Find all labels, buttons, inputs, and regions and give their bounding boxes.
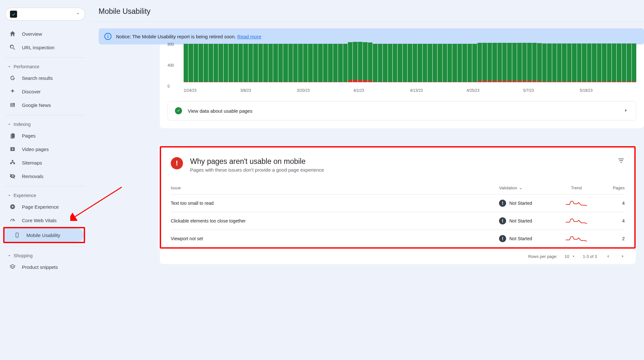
pager-next[interactable] bbox=[619, 252, 627, 260]
bar-column bbox=[562, 43, 566, 82]
issues-header: ! Why pages aren't usable on mobile Page… bbox=[171, 157, 625, 173]
bar-column bbox=[293, 44, 298, 82]
nav-video-pages[interactable]: Video pages bbox=[0, 142, 90, 156]
status-dot-icon: ! bbox=[499, 217, 506, 224]
issues-card: ! Why pages aren't usable on mobile Page… bbox=[160, 146, 636, 249]
nav-removals[interactable]: Removals bbox=[0, 169, 90, 183]
notice-link[interactable]: Read more bbox=[237, 34, 261, 39]
nav-label: Removals bbox=[22, 174, 43, 179]
bar-column bbox=[472, 44, 477, 82]
bar-column bbox=[547, 43, 552, 82]
bar-column bbox=[567, 43, 572, 82]
nav-product-snippets[interactable]: Product snippets bbox=[0, 260, 90, 274]
bar-column bbox=[214, 44, 218, 82]
nav-pages[interactable]: Pages bbox=[0, 129, 90, 142]
bar-column bbox=[194, 44, 198, 82]
bar-column bbox=[288, 44, 293, 82]
bar-column bbox=[218, 44, 223, 82]
property-selector[interactable] bbox=[5, 8, 85, 21]
bar-column bbox=[373, 44, 377, 82]
nav-label: Pages bbox=[22, 133, 36, 138]
bar-column bbox=[278, 44, 283, 82]
video-icon bbox=[9, 146, 16, 153]
main-content: Mobile Usability i Notice: The Mobile Us… bbox=[90, 0, 644, 360]
bar-column bbox=[482, 43, 487, 82]
col-header-trend[interactable]: Trend bbox=[554, 185, 599, 190]
bar-column bbox=[353, 42, 357, 82]
google-icon bbox=[9, 74, 16, 81]
y-tick: 400 bbox=[168, 63, 174, 68]
nav-overview[interactable]: Overview bbox=[0, 27, 90, 41]
nav-google-news[interactable]: Google News bbox=[0, 98, 90, 112]
bar-column bbox=[348, 42, 352, 82]
bar-column bbox=[492, 43, 497, 82]
nav-sitemaps[interactable]: Sitemaps bbox=[0, 156, 90, 169]
bar-column bbox=[188, 44, 193, 82]
bar-column bbox=[462, 44, 467, 82]
bar-column bbox=[502, 43, 507, 82]
nav-url-inspection[interactable]: URL inspection bbox=[0, 41, 90, 54]
issue-row[interactable]: Clickable elements too close together !N… bbox=[171, 212, 625, 230]
bar-column bbox=[627, 43, 631, 82]
pages-count: 2 bbox=[599, 236, 625, 241]
x-tick: 3/8/23 bbox=[240, 88, 297, 93]
usability-chart: 800 400 0 bbox=[168, 44, 636, 86]
bar-column bbox=[423, 44, 427, 82]
view-usable-pages-row[interactable]: View data about usable pages bbox=[168, 101, 636, 120]
group-indexing[interactable]: Indexing bbox=[0, 118, 90, 129]
bar-column bbox=[522, 43, 527, 82]
nav-core-web-vitals[interactable]: Core Web Vitals bbox=[0, 213, 90, 227]
nav-label: Sitemaps bbox=[22, 160, 42, 166]
bar-column bbox=[597, 43, 601, 82]
issue-row[interactable]: Text too small to read !Not Started 4 bbox=[171, 194, 625, 212]
col-header-validation[interactable]: Validation bbox=[499, 185, 554, 190]
group-label: Performance bbox=[14, 64, 39, 69]
bar-column bbox=[198, 44, 203, 82]
pager-prev[interactable] bbox=[604, 252, 612, 260]
bar-column bbox=[343, 44, 348, 82]
bar-column bbox=[587, 43, 591, 82]
nav-label: Page Experience bbox=[22, 204, 59, 210]
bar-column bbox=[487, 43, 492, 82]
issue-name: Viewport not set bbox=[171, 236, 499, 241]
bar-column bbox=[283, 44, 288, 82]
bar-column bbox=[517, 43, 522, 82]
nav-mobile-usability[interactable]: Mobile Usability bbox=[5, 228, 84, 242]
bar-column bbox=[388, 44, 392, 82]
sidebar: Overview URL inspection Performance Sear… bbox=[0, 0, 90, 360]
table-header: Issue Validation Trend Pages bbox=[171, 185, 625, 194]
news-icon bbox=[9, 101, 16, 109]
home-icon bbox=[9, 30, 16, 37]
chart-card: 800 400 0 2/24/233/8/233/20/234/1/234/13… bbox=[160, 44, 644, 128]
page-title: Mobile Usability bbox=[90, 0, 644, 22]
bar-column bbox=[437, 44, 442, 82]
bar-column bbox=[303, 44, 308, 82]
nav-page-experience[interactable]: Page Experience bbox=[0, 200, 90, 213]
bar-column bbox=[308, 44, 312, 82]
col-header-pages[interactable]: Pages bbox=[599, 185, 625, 190]
issue-row[interactable]: Viewport not set !Not Started 2 bbox=[171, 230, 625, 247]
issue-name: Clickable elements too close together bbox=[171, 218, 499, 223]
bar-column bbox=[612, 43, 616, 82]
status-dot-icon: ! bbox=[499, 235, 506, 242]
group-shopping[interactable]: Shopping bbox=[0, 250, 90, 260]
validation-status: !Not Started bbox=[499, 217, 554, 224]
bar-column bbox=[383, 44, 387, 82]
bar-column bbox=[313, 44, 318, 82]
trend-sparkline bbox=[554, 200, 599, 206]
nav-discover[interactable]: Discover bbox=[0, 85, 90, 98]
nav-search-results[interactable]: Search results bbox=[0, 71, 90, 85]
issues-title: Why pages aren't usable on mobile bbox=[190, 157, 324, 166]
bar-column bbox=[378, 44, 382, 82]
filter-icon[interactable] bbox=[618, 157, 625, 166]
chevron-right-icon bbox=[623, 108, 629, 114]
bar-column bbox=[238, 44, 243, 82]
table-pager: Rows per page: 10 1-3 of 3 bbox=[160, 249, 636, 264]
group-performance[interactable]: Performance bbox=[0, 61, 90, 71]
rows-per-page-select[interactable]: 10 bbox=[564, 254, 575, 259]
bar-column bbox=[323, 44, 328, 82]
col-header-issue[interactable]: Issue bbox=[171, 185, 499, 190]
x-tick: 3/20/23 bbox=[297, 88, 353, 93]
nav-label: Search results bbox=[22, 75, 53, 81]
group-experience[interactable]: Experience bbox=[0, 190, 90, 200]
